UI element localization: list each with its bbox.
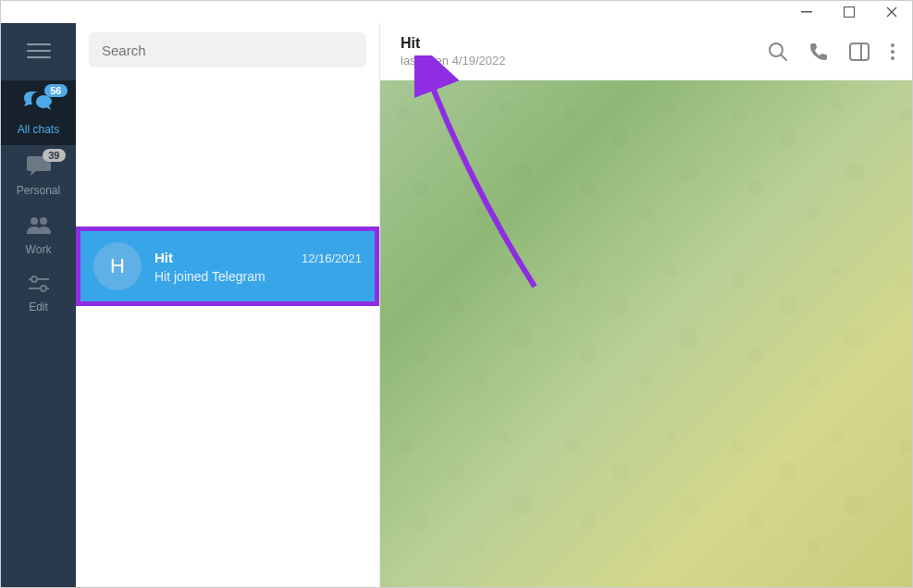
sidebar-toggle-button[interactable] [849,43,870,61]
chat-info: Hit 12/16/2021 Hit joined Telegram [154,250,362,284]
chat-icon: 39 [25,154,53,180]
panel-icon [849,43,870,61]
chat-header: Hit last seen 4/19/2022 [380,23,912,80]
svg-point-5 [31,276,37,282]
menu-button[interactable] [20,34,57,67]
sidebar: 56 All chats 39 Personal [1,23,76,587]
sidebar-item-label: Work [26,243,52,256]
maximize-button[interactable] [836,3,862,21]
phone-icon [808,42,829,62]
chat-item-date: 12/16/2021 [302,251,362,265]
chat-background [380,80,912,587]
window-titlebar [1,1,912,23]
chat-list-item[interactable]: H Hit 12/16/2021 Hit joined Telegram [76,227,379,306]
chat-item-name: Hit [154,250,173,265]
chat-contact-status: last seen 4/19/2022 [401,54,768,67]
search-icon [768,42,788,62]
search-wrap [76,23,379,77]
svg-point-14 [891,56,894,60]
svg-point-12 [891,43,894,47]
sidebar-item-work[interactable]: Work [1,206,76,265]
chat-list-column: H Hit 12/16/2021 Hit joined Telegram [76,23,380,587]
svg-rect-1 [845,7,855,18]
svg-point-13 [891,50,894,54]
chat-header-actions [768,42,895,62]
people-icon [25,215,53,239]
chat-contact-name: Hit [401,35,768,52]
svg-point-3 [40,217,47,225]
sliders-icon [27,275,51,297]
chat-bubbles-icon: 56 [23,90,55,119]
chat-list: H Hit 12/16/2021 Hit joined Telegram [76,77,379,587]
minimize-button[interactable] [794,3,820,21]
chat-item-header: Hit 12/16/2021 [154,250,362,265]
sidebar-item-label: Personal [17,184,60,197]
more-button[interactable] [890,43,895,61]
app-window: 56 All chats 39 Personal [0,0,913,588]
main-area: 56 All chats 39 Personal [1,23,912,587]
search-input[interactable] [89,32,366,67]
svg-rect-10 [850,43,869,60]
dots-vertical-icon [890,43,895,61]
badge-count: 39 [43,149,65,162]
sidebar-item-all-chats[interactable]: 56 All chats [1,80,76,145]
chat-header-titles[interactable]: Hit last seen 4/19/2022 [401,35,768,67]
sidebar-item-edit[interactable]: Edit [1,265,76,323]
svg-line-9 [781,55,786,60]
svg-point-2 [31,217,38,225]
close-button[interactable] [879,3,905,21]
chat-view: Hit last seen 4/19/2022 [380,23,912,587]
avatar: H [93,242,142,290]
badge-count: 56 [44,84,67,97]
sidebar-item-label: All chats [18,123,59,136]
sidebar-item-label: Edit [29,300,48,313]
svg-point-7 [41,286,46,291]
sidebar-item-personal[interactable]: 39 Personal [1,145,76,206]
svg-rect-0 [801,11,812,13]
chat-item-preview: Hit joined Telegram [154,269,362,284]
search-in-chat-button[interactable] [768,42,788,62]
avatar-letter: H [110,254,125,278]
call-button[interactable] [808,42,829,62]
